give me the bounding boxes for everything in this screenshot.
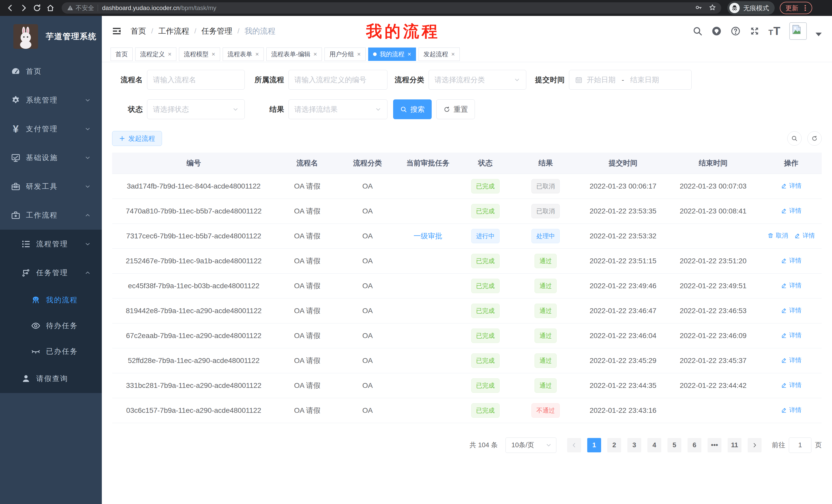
address-bar[interactable]: 不安全 dashboard.yudao.iocoder.cn /bpm/task… [62, 2, 721, 13]
action-详情[interactable]: 详情 [781, 381, 801, 389]
action-详情[interactable]: 详情 [781, 306, 801, 314]
browser-back-button[interactable] [5, 2, 16, 13]
task-link[interactable]: 一级审批 [413, 232, 442, 240]
avatar[interactable] [789, 22, 807, 40]
action-详情[interactable]: 详情 [781, 356, 801, 364]
process-name-input[interactable] [147, 70, 245, 90]
close-icon[interactable]: × [212, 51, 215, 58]
cell-category: OA [339, 199, 396, 223]
status-badge: 已完成 [471, 279, 499, 293]
breadcrumb-item[interactable]: 工作流程 [158, 26, 189, 36]
key-icon[interactable] [695, 4, 702, 12]
create-process-button[interactable]: 发起流程 [112, 131, 162, 146]
browser-reload-button[interactable] [31, 2, 43, 13]
reset-button[interactable]: 重置 [436, 100, 475, 119]
close-icon[interactable]: × [357, 51, 361, 58]
github-icon[interactable] [711, 26, 722, 36]
tab-流程表单[interactable]: 流程表单× [223, 48, 264, 61]
tab-流程定义[interactable]: 流程定义× [135, 48, 176, 61]
page-button-5[interactable]: 5 [668, 438, 681, 452]
close-icon[interactable]: × [408, 51, 411, 58]
page-button-6[interactable]: 6 [687, 438, 701, 452]
goto-label: 前往 [772, 441, 785, 450]
sidebar-item-label: 请假查询 [36, 374, 68, 384]
tab-流程表单-编辑[interactable]: 流程表单-编辑× [266, 48, 322, 61]
close-icon[interactable]: × [313, 51, 317, 58]
page-button-•••[interactable]: ••• [707, 438, 722, 452]
browser-home-button[interactable] [45, 2, 56, 13]
sidebar-item-首页[interactable]: 首页 [0, 57, 102, 86]
close-icon[interactable]: × [255, 51, 259, 58]
prev-page-button[interactable] [567, 438, 581, 452]
goto-page-input[interactable] [789, 438, 811, 453]
bookmark-star-icon[interactable] [709, 4, 716, 12]
sidebar-item-请假查询[interactable]: 请假查询 [0, 364, 102, 393]
action-详情[interactable]: 详情 [781, 256, 801, 264]
sidebar-item-待办任务[interactable]: 待办任务 [0, 313, 102, 339]
app-logo-row[interactable]: 芋道管理系统 [0, 16, 102, 57]
sidebar-collapse-icon[interactable] [111, 25, 122, 37]
search-button[interactable]: 搜索 [393, 100, 432, 119]
tab-流程模型[interactable]: 流程模型× [179, 48, 220, 61]
cell-id: 3ad174fb-7b9d-11ec-8404-acde48001122 [112, 174, 275, 199]
tab-我的流程[interactable]: 我的流程× [368, 48, 416, 61]
page-button-4[interactable]: 4 [647, 438, 661, 452]
browser-menu-dots-icon[interactable] [802, 5, 808, 11]
process-name-input-field[interactable] [153, 76, 239, 84]
page-button-1[interactable]: 1 [587, 438, 601, 452]
tab-用户分组[interactable]: 用户分组× [324, 48, 366, 61]
sidebar-item-支付管理[interactable]: ¥支付管理 [0, 115, 102, 143]
result-badge: 不通过 [531, 403, 560, 418]
close-icon[interactable]: × [168, 51, 172, 58]
refresh-table-button[interactable] [807, 131, 822, 146]
breadcrumb-item[interactable]: 首页 [131, 26, 146, 36]
search-icon[interactable] [693, 26, 703, 36]
action-详情[interactable]: 详情 [781, 406, 801, 414]
category-select[interactable]: 请选择流程分类 [428, 70, 526, 90]
sidebar-item-研发工具[interactable]: 研发工具 [0, 172, 102, 201]
cell-actions: 详情 [761, 298, 822, 323]
sidebar-item-我的流程[interactable]: 我的流程 [0, 287, 102, 313]
avatar-caret-icon[interactable] [815, 33, 822, 36]
toggle-search-button[interactable] [787, 131, 802, 146]
help-icon[interactable] [730, 26, 741, 36]
cell-submit-time: 2022-01-22 23:45:29 [580, 348, 666, 373]
font-size-icon[interactable]: TT [769, 25, 781, 37]
date-range-picker[interactable]: 开始日期 - 结束日期 [569, 70, 692, 90]
sidebar-item-流程管理[interactable]: 流程管理 [0, 230, 102, 258]
next-page-button[interactable] [748, 438, 761, 452]
process-definition-input-field[interactable] [294, 76, 382, 84]
tab-发起流程[interactable]: 发起流程× [419, 48, 460, 61]
sidebar-item-任务管理[interactable]: 任务管理 [0, 258, 102, 287]
action-取消[interactable]: 取消 [768, 231, 788, 240]
action-详情[interactable]: 详情 [781, 181, 801, 190]
sidebar-item-系统管理[interactable]: 系统管理 [0, 86, 102, 115]
filter-label-name: 流程名 [112, 75, 143, 85]
page-size-select[interactable]: 10条/页 [505, 438, 556, 453]
tab-首页[interactable]: 首页 [110, 48, 133, 61]
cell-current-task: 一级审批 [396, 223, 460, 248]
result-select[interactable]: 请选择流结果 [288, 100, 387, 119]
close-icon[interactable]: × [451, 51, 455, 58]
status-select[interactable]: 请选择状态 [147, 100, 245, 119]
breadcrumb-item[interactable]: 任务管理 [202, 26, 232, 36]
browser-update-menu[interactable]: 更新 [780, 2, 812, 14]
browser-forward-button[interactable] [18, 2, 29, 13]
cell-result: 通过 [511, 298, 580, 323]
action-详情[interactable]: 详情 [781, 331, 801, 339]
page-button-3[interactable]: 3 [627, 438, 641, 452]
sidebar-item-已办任务[interactable]: 已办任务 [0, 339, 102, 364]
process-definition-input[interactable] [288, 70, 387, 90]
tab-label: 首页 [115, 50, 128, 58]
action-详情[interactable]: 详情 [781, 206, 801, 215]
cell-current-task [396, 174, 460, 199]
action-详情[interactable]: 详情 [794, 231, 815, 240]
sidebar-item-基础设施[interactable]: 基础设施 [0, 143, 102, 172]
cell-id: 2152467e-7b9b-11ec-9a1b-acde48001122 [112, 248, 275, 273]
sidebar-item-工作流程[interactable]: 工作流程 [0, 201, 102, 230]
action-详情[interactable]: 详情 [781, 281, 801, 289]
cell-end-time: 2022-01-23 00:07:03 [666, 174, 761, 199]
page-button-11[interactable]: 11 [728, 438, 742, 452]
fullscreen-icon[interactable] [750, 26, 760, 36]
page-button-2[interactable]: 2 [607, 438, 621, 452]
